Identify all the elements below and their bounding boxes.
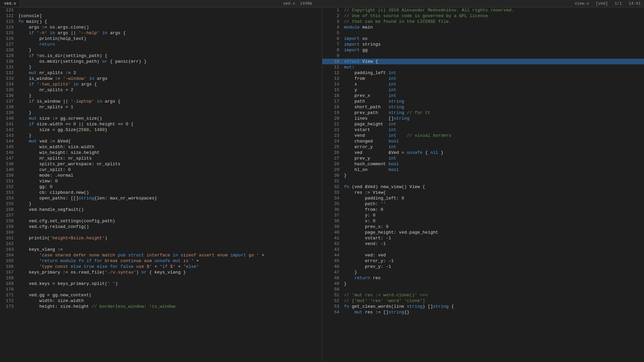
line-code[interactable]: y int xyxy=(343,87,644,93)
line-code[interactable]: ved.handle_segfault() xyxy=(17,207,322,213)
line-code[interactable]: from int xyxy=(343,76,644,81)
line-code[interactable]: 'type const else true else for false use… xyxy=(17,264,322,269)
line-code[interactable]: ved: ved xyxy=(343,252,644,258)
line-code[interactable] xyxy=(343,247,644,252)
line-code[interactable]: // 'mut res := word.clone()' ==> xyxy=(343,292,644,298)
line-code[interactable]: import os xyxy=(343,36,644,42)
line-code[interactable]: x int xyxy=(343,81,644,87)
line-code[interactable]: } xyxy=(17,47,322,53)
line-code[interactable]: } xyxy=(17,201,322,207)
line-code[interactable]: if is_window || '-laptop' in args { xyxy=(17,99,322,104)
line-code[interactable]: // Use of this source code is governed b… xyxy=(343,13,644,19)
line-code[interactable]: prev_y int xyxy=(343,156,644,161)
line-code[interactable]: } xyxy=(17,64,322,70)
line-code[interactable]: ved.gg = gg.new_context( xyxy=(17,292,322,298)
line-code[interactable]: prev_x int xyxy=(343,93,644,99)
line-code[interactable]: height: size.height // borderless_window… xyxy=(17,304,322,309)
line-code[interactable]: // that can be found in the LICENSE file… xyxy=(343,19,644,24)
line-code[interactable]: } xyxy=(17,133,322,138)
line-code[interactable]: mut: xyxy=(343,64,644,70)
line-code[interactable]: println('height=$size.height') xyxy=(17,235,322,241)
line-code[interactable]: changed bool xyxy=(343,138,644,144)
line-code[interactable]: mut ved := &Ved{ xyxy=(17,138,322,144)
line-code[interactable]: println(help_text) xyxy=(17,36,322,42)
line-code[interactable]: keys_vlang := xyxy=(17,247,322,252)
line-code[interactable]: } xyxy=(17,110,322,116)
line-code[interactable]: error_y: -1 xyxy=(343,258,644,264)
line-code[interactable]: if !os.is_dir(settings_path) { xyxy=(17,53,322,59)
line-code[interactable] xyxy=(17,7,322,13)
line-code[interactable]: mut size := gg.screen_size() xyxy=(17,116,322,121)
line-code[interactable]: if '-h' in args || '--help' in args { xyxy=(17,30,322,36)
line-code[interactable]: // ['mut' 'res' 'word' 'clone'] xyxy=(343,298,644,304)
line-code[interactable]: cur_split: 0 xyxy=(17,167,322,173)
line-code[interactable]: return res xyxy=(343,275,644,281)
line-code[interactable]: 'return module fn if for break continue … xyxy=(17,258,322,264)
line-code[interactable]: fn get_clean_words(line string) []string… xyxy=(343,304,644,309)
line-code[interactable] xyxy=(17,230,322,235)
line-code[interactable]: width: size.width xyxy=(17,298,322,304)
line-code[interactable]: hash_comment bool xyxy=(343,161,644,167)
line-code[interactable]: view: 0 xyxy=(17,178,322,184)
line-code[interactable]: path: '' xyxy=(343,201,644,207)
line-code[interactable] xyxy=(17,213,322,218)
left-pane[interactable]: 121122[console]123fn main() {124 args :=… xyxy=(0,7,322,362)
line-code[interactable] xyxy=(17,241,322,247)
line-code[interactable] xyxy=(17,287,322,292)
line-code[interactable]: nr_splits = 1 xyxy=(17,104,322,110)
line-code[interactable]: import strings xyxy=(343,42,644,47)
line-code[interactable]: args := os.args.clone() xyxy=(17,24,322,30)
line-code[interactable]: is_window := '-window' in args xyxy=(17,76,322,81)
line-code[interactable]: fn main() { xyxy=(17,19,322,24)
line-code[interactable]: lines []string xyxy=(343,116,644,121)
line-code[interactable]: y: 0 xyxy=(343,213,644,218)
line-code[interactable]: mut nr_splits := 3 xyxy=(17,70,322,76)
line-code[interactable]: prev_path string // for tt xyxy=(343,110,644,116)
line-code[interactable]: res := View{ xyxy=(343,190,644,195)
line-code[interactable]: mode: .normal xyxy=(17,173,322,178)
line-code[interactable]: win_width: size.width xyxy=(17,144,322,150)
line-code[interactable]: x: 0 xyxy=(343,218,644,224)
line-code[interactable]: hl_on bool xyxy=(343,167,644,173)
line-code[interactable]: // Copyright (c) 2019 Alexander Medvedni… xyxy=(343,7,644,13)
line-code[interactable] xyxy=(343,30,644,36)
line-code[interactable]: gg: 0 xyxy=(17,184,322,190)
line-code[interactable]: os.mkdir(settings_path) or { panic(err) … xyxy=(17,59,322,64)
line-code[interactable]: } xyxy=(17,93,322,99)
line-code[interactable]: mut res := []string{} xyxy=(343,309,644,315)
line-code[interactable]: ved &Ved = unsafe { nil } xyxy=(343,150,644,156)
line-code[interactable]: size = gg.Size{2560, 1480} xyxy=(17,127,322,133)
line-code[interactable]: } xyxy=(343,173,644,178)
line-code[interactable]: if '-two_splits' in args { xyxy=(17,81,322,87)
right-pane[interactable]: 1// Copyright (c) 2019 Alexander Medvedn… xyxy=(322,7,644,362)
line-code[interactable]: vend int // visual borders xyxy=(343,133,644,138)
left-tab[interactable]: ved.v xyxy=(0,0,20,7)
line-code[interactable]: vstart: -1 xyxy=(343,235,644,241)
line-code[interactable]: splits_per_workspace: nr_splits xyxy=(17,161,322,167)
line-code[interactable]: page_height int xyxy=(343,121,644,127)
line-code[interactable]: ved.cfg.set_settings(config_path) xyxy=(17,218,322,224)
line-code[interactable]: padding_left: 0 xyxy=(343,195,644,201)
line-code[interactable]: 'case shared defer none match pub struct… xyxy=(17,252,322,258)
line-code[interactable]: cb: clipboard.new() xyxy=(17,190,322,195)
line-code[interactable]: short_path string xyxy=(343,104,644,110)
line-code[interactable] xyxy=(343,53,644,59)
line-code[interactable]: error_y int xyxy=(343,144,644,150)
line-code[interactable] xyxy=(17,275,322,281)
line-code[interactable]: win_height: size.height xyxy=(17,150,322,156)
line-code[interactable]: vstart int xyxy=(343,127,644,133)
line-code[interactable]: open_paths: [[]string{len: max_nr_worksp… xyxy=(17,195,322,201)
line-code[interactable] xyxy=(343,287,644,292)
line-code[interactable]: struct View { xyxy=(343,59,644,64)
line-code[interactable]: vend: -1 xyxy=(343,241,644,247)
line-code[interactable]: import gg xyxy=(343,47,644,53)
line-code[interactable]: } xyxy=(343,269,644,275)
line-code[interactable]: keys_primary := os.read_file('./v.syntax… xyxy=(17,269,322,275)
line-code[interactable]: nr_splits: nr_splits xyxy=(17,156,322,161)
line-code[interactable]: prev_x: 0 xyxy=(343,224,644,230)
line-code[interactable]: [console] xyxy=(17,13,322,19)
line-code[interactable]: path string xyxy=(343,99,644,104)
line-code[interactable]: } xyxy=(343,281,644,287)
line-code[interactable]: from: 0 xyxy=(343,207,644,213)
line-code[interactable]: ved.keys = keys_primary.split(' ') xyxy=(17,281,322,287)
